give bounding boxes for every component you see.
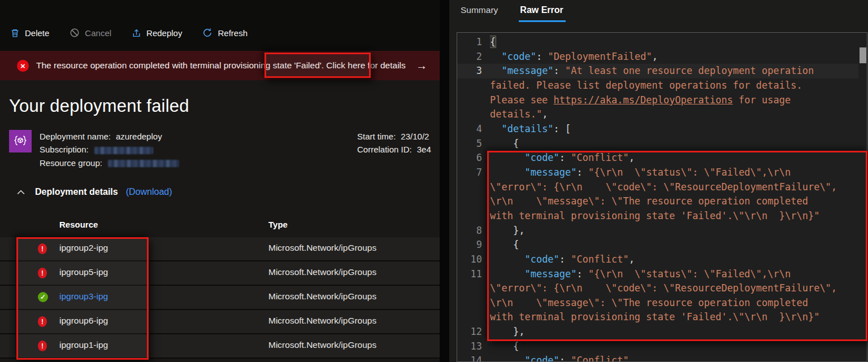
error-x-icon: × [17,60,29,72]
code-token: "Conflict" [571,254,628,265]
code-token: "message" [524,268,576,280]
line-number: 13 [457,339,490,354]
code-line: 13 { [457,339,858,354]
code-token [490,355,524,362]
code-token: "{\r\n \"status\": \"Failed\",\r\n [588,268,791,280]
resource-name: ipgroup2-ipg [59,243,108,253]
error-status-icon: ! [38,268,47,278]
code-token: { [490,138,519,149]
toolbar-delete-button[interactable]: Delete [10,28,49,38]
code-token: "{\r\n \"status\": \"Failed\",\r\n [588,167,791,178]
code-token: "code" [524,355,559,362]
code-token: }, [490,225,524,236]
code-token: \"error\": {\r\n \"code\": \"ResourceDep… [490,181,837,193]
field-correlation-id: Correlation ID:3e4 [357,143,431,156]
table-row[interactable]: !ipgroup6-ipgMicrosoft.Network/ipGroups [0,310,440,334]
success-status-icon: ✓ [38,292,48,302]
field-label: Resource group: [40,158,102,168]
line-number: 8 [457,224,490,238]
line-content: { [490,339,858,354]
line-number [457,78,490,93]
code-token: : [559,254,571,265]
arm-template-icon [9,130,32,152]
raw-error-editor[interactable]: 1{2 "code": "DeploymentFailed",3 "messag… [457,32,867,362]
toolbar-refresh-button[interactable]: Refresh [202,28,248,38]
code-token [490,51,501,62]
refresh-icon [202,28,212,38]
field-subscription: Subscription: [40,143,179,156]
chevron-up-icon[interactable] [17,190,25,195]
code-line: details.", [457,107,858,122]
field-label: Start time: [357,132,396,141]
code-token: details." [490,108,542,120]
code-token: : [ [554,123,571,134]
code-token: \r\n \"message\": \"The resource operati… [490,297,808,308]
code-token: , [652,51,658,62]
screen: DeleteCancelRedeployRefresh × The resour… [0,0,868,362]
code-token: "code" [524,254,559,265]
line-content: "code": "DeploymentFailed", [490,50,858,64]
resource-name[interactable]: ipgroup3-ipg [59,291,108,302]
line-content: \"error\": {\r\n \"code\": \"ResourceDep… [490,281,858,296]
code-line: 11 "message": "{\r\n \"status\": \"Faile… [457,267,858,282]
column-header-type[interactable]: Type [268,220,288,229]
error-status-icon: ! [38,316,47,327]
tab-label: Summary [461,5,498,15]
code-token: https://aka.ms/DeployOperations [554,94,733,106]
line-number: 14 [457,354,490,362]
line-number: 2 [457,50,490,64]
line-number [457,310,490,325]
code-token: Please see [490,94,554,106]
line-content: "message": "{\r\n \"status\": \"Failed\"… [490,267,858,282]
line-number [457,180,490,195]
resource-name: ipgroup5-ipg [59,267,108,277]
code-token: : [577,167,588,178]
error-status-icon: ! [38,341,47,351]
toolbar-redeploy-button[interactable]: Redeploy [132,28,182,38]
scrollbar-thumb[interactable] [860,47,866,63]
line-number: 9 [457,238,490,252]
resource-type: Microsoft.Network/ipGroups [268,316,376,326]
redacted-value [108,160,179,167]
toolbar: DeleteCancelRedeployRefresh [10,21,248,44]
field-value: azuredeploy [116,132,162,141]
tab-raw-error[interactable]: Raw Error [520,5,563,22]
code-token: , [629,355,635,362]
toolbar-button-label: Cancel [85,28,111,38]
table-row[interactable]: !ipgroup1-ipgMicrosoft.Network/ipGroups [0,334,440,359]
field-start-time: Start time:23/10/2 [357,130,431,143]
line-content: "code": "Conflict", [490,252,858,267]
code-line: \r\n \"message\": \"The resource operati… [457,296,858,311]
error-detail-panel: SummaryRaw Error 1{2 "code": "Deployment… [449,0,868,362]
arrow-right-icon[interactable]: → [416,59,427,72]
code-line: 10 "code": "Conflict", [457,252,858,267]
toolbar-cancel-button[interactable]: Cancel [70,28,111,38]
details-section-title: Deployment details [35,187,118,197]
code-token: "code" [501,51,536,62]
error-banner[interactable]: × The resource operation completed with … [0,51,440,80]
code-line: 3 "message": "At least one resource depl… [457,64,858,78]
line-number: 7 [457,165,490,180]
field-label: Correlation ID: [357,145,412,154]
code-token [490,65,501,76]
code-line: with terminal provisioning state 'Failed… [457,310,858,325]
code-line: 9 { [457,238,858,252]
code-token: : [554,65,565,76]
code-line: \"error\": {\r\n \"code\": \"ResourceDep… [457,281,858,296]
table-row[interactable]: !ipgroup5-ipgMicrosoft.Network/ipGroups [0,261,440,286]
code-token: "Conflict" [571,355,628,362]
tab-summary[interactable]: Summary [461,5,498,22]
code-token: { [490,341,519,352]
code-token: with terminal provisioning state 'Failed… [490,311,819,322]
resource-type: Microsoft.Network/ipGroups [268,243,376,253]
table-row[interactable]: ✓ipgroup3-ipgMicrosoft.Network/ipGroups [0,286,440,310]
code-token: "DeploymentFailed" [548,51,652,62]
code-token: "Conflict" [571,152,628,163]
download-link[interactable]: (Download) [126,187,172,197]
column-header-resource[interactable]: Resource [59,220,98,229]
code-token [490,268,524,280]
resource-type: Microsoft.Network/ipGroups [268,340,376,350]
code-line: 14 "code": "Conflict", [457,354,858,362]
editor-scrollbar[interactable] [859,33,867,361]
table-row[interactable]: !ipgroup2-ipgMicrosoft.Network/ipGroups [0,237,440,261]
